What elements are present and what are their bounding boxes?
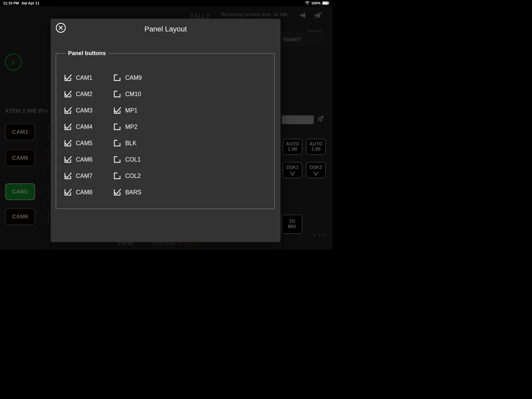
checkbox-checked-icon xyxy=(113,107,121,114)
session-time: Remaining session time: 3d 18h xyxy=(221,12,287,17)
tally-number: 1 xyxy=(11,58,15,66)
panel-layout-modal: Panel Layout Panel buttons CAM1CAM9CAM2C… xyxy=(51,19,281,242)
checkbox-cam7[interactable]: CAM7 xyxy=(64,172,113,180)
checkbox-label: CAM9 xyxy=(125,74,142,81)
checkbox-checked-icon xyxy=(64,188,72,196)
checkbox-unchecked-icon xyxy=(113,172,121,180)
auto-button-2[interactable]: AUTO1:00 xyxy=(306,139,326,155)
panel-buttons-group: Panel buttons CAM1CAM9CAM2CM10CAM3MP1CAM… xyxy=(56,50,275,209)
megaphone-icon[interactable] xyxy=(300,12,308,20)
panel-buttons-legend: Panel buttons xyxy=(65,50,108,57)
megaphone-mute-icon[interactable] xyxy=(315,12,323,20)
status-bar: 11:15 PM Sat Apr 11 100% xyxy=(0,0,332,6)
checkbox-cam9[interactable]: CAM9 xyxy=(113,74,163,82)
checkbox-label: CAM5 xyxy=(76,140,92,147)
checkbox-checked-icon xyxy=(64,107,72,114)
merge-icon xyxy=(289,171,296,176)
more-icon[interactable]: • • • xyxy=(313,232,327,238)
send-icon[interactable] xyxy=(317,115,324,123)
checkbox-unchecked-icon xyxy=(113,123,121,131)
checkbox-col1[interactable]: COL1 xyxy=(113,156,163,163)
svg-point-5 xyxy=(315,175,316,176)
checkbox-checked-icon xyxy=(113,188,121,196)
checkbox-cam4[interactable]: CAM4 xyxy=(64,123,113,131)
checkbox-cam5[interactable]: CAM5 xyxy=(64,139,113,147)
checkbox-cam3[interactable]: CAM3 xyxy=(64,107,113,114)
checkbox-label: CAM4 xyxy=(76,123,92,130)
checkbox-cam2[interactable]: CAM2 xyxy=(64,90,113,98)
dsk1-button[interactable]: DSK1 xyxy=(283,162,302,178)
svg-rect-2 xyxy=(329,3,329,4)
checkbox-bars[interactable]: BARS xyxy=(113,188,163,196)
status-date: Sat Apr 11 xyxy=(22,1,39,5)
checkbox-label: CAM1 xyxy=(76,74,92,81)
checkbox-checked-icon xyxy=(64,172,72,180)
checkbox-label: CAM2 xyxy=(76,91,92,98)
checkbox-label: MP1 xyxy=(125,107,137,114)
svg-rect-1 xyxy=(323,2,328,4)
checkbox-label: MP2 xyxy=(125,123,137,130)
checkbox-unchecked-icon xyxy=(113,139,121,147)
battery-icon xyxy=(322,1,329,5)
to-mix-button[interactable]: TOMIX xyxy=(282,215,302,234)
checkbox-checked-icon xyxy=(64,90,72,98)
checkbox-cm10[interactable]: CM10 xyxy=(113,90,163,98)
checkbox-label: COL1 xyxy=(125,156,141,163)
device-label: ATEM 1 M/E Pro xyxy=(5,108,48,114)
source-stub[interactable] xyxy=(47,150,49,166)
checkbox-unchecked-icon xyxy=(113,74,121,82)
checkbox-label: CAM6 xyxy=(76,156,92,163)
status-time: 11:15 PM xyxy=(3,1,19,5)
checkbox-mp1[interactable]: MP1 xyxy=(113,107,163,114)
checkbox-label: CM10 xyxy=(125,91,141,98)
checkbox-label: CAM3 xyxy=(76,107,92,114)
checkbox-mp2[interactable]: MP2 xyxy=(113,123,163,131)
source-stub[interactable] xyxy=(47,208,49,225)
wifi-icon xyxy=(305,1,310,5)
tally-indicator: 1 xyxy=(5,54,22,71)
checkbox-checked-icon xyxy=(64,139,72,147)
merge-icon xyxy=(313,171,319,176)
battery-percent: 100% xyxy=(311,1,321,5)
brand-touchdirector: TouchDirector xyxy=(177,242,198,246)
checkbox-cam1[interactable]: CAM1 xyxy=(64,74,113,82)
checkbox-label: BARS xyxy=(125,189,142,196)
checkbox-checked-icon xyxy=(64,156,72,163)
source-stub[interactable] xyxy=(47,183,49,200)
source-cam1-preview-button[interactable]: CAM1 xyxy=(5,124,35,140)
source-stub[interactable] xyxy=(47,124,49,140)
checkbox-label: CAM7 xyxy=(76,172,92,179)
checkbox-unchecked-icon xyxy=(113,90,121,98)
checkbox-blk[interactable]: BLK xyxy=(113,139,163,147)
auto-button-1[interactable]: AUTO1:00 xyxy=(283,139,302,155)
checkbox-cam6[interactable]: CAM6 xyxy=(64,156,113,163)
checkbox-label: BLK xyxy=(125,140,136,147)
checkbox-unchecked-icon xyxy=(113,156,121,163)
chat-input[interactable] xyxy=(282,115,314,124)
chat-bubble: Testen? xyxy=(278,32,325,46)
checkbox-col2[interactable]: COL2 xyxy=(113,172,163,180)
checkbox-label: COL2 xyxy=(125,172,141,179)
dsk2-button[interactable]: DSK2 xyxy=(306,162,326,178)
source-cam6-program-button[interactable]: CAM6 xyxy=(5,208,35,225)
modal-title: Panel Layout xyxy=(51,25,281,33)
checkbox-checked-icon xyxy=(64,74,72,82)
checkbox-label: CAM8 xyxy=(76,189,92,196)
source-cam1-program-button[interactable]: CAM1 xyxy=(5,183,35,200)
checkbox-cam8[interactable]: CAM8 xyxy=(64,188,113,196)
source-cam6-preview-button[interactable]: CAM6 xyxy=(5,150,35,166)
checkbox-checked-icon xyxy=(64,123,72,131)
svg-point-4 xyxy=(292,175,293,176)
